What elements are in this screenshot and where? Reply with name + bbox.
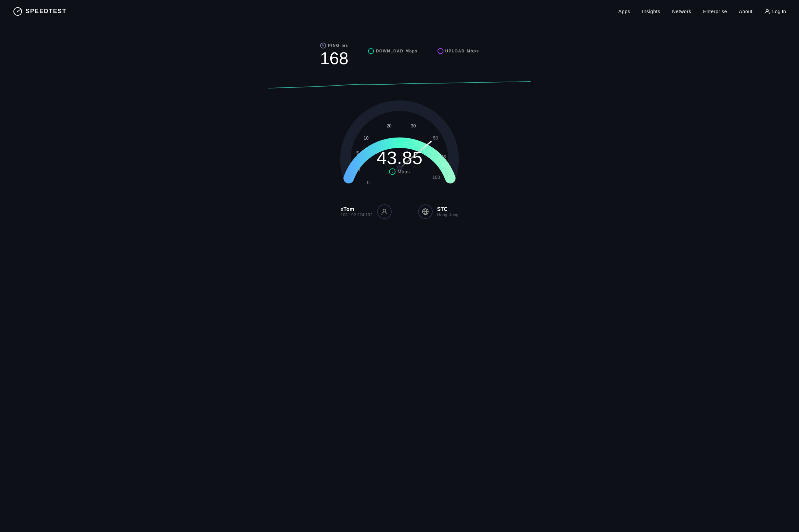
download-icon: ↓: [368, 48, 374, 54]
host-name: xTom: [340, 206, 373, 212]
logo-text: SPEEDTEST: [25, 8, 67, 15]
upload-label: ↑ UPLOAD Mbps: [438, 48, 479, 54]
speedometer: 0 1 5 10 20 30 50 75 100 43.85: [331, 90, 468, 195]
download-stat: ↓ DOWNLOAD Mbps: [368, 48, 417, 61]
ping-stat: ↻ PING ms 168: [320, 43, 348, 67]
ping-label: ↻ PING ms: [320, 43, 348, 49]
isp-info: STC Hong Kong: [418, 204, 459, 219]
tick-75: 75: [441, 154, 446, 159]
info-divider: [405, 205, 405, 218]
tick-10: 10: [364, 135, 369, 140]
logo[interactable]: SPEEDTEST: [13, 7, 67, 16]
login-button[interactable]: Log In: [764, 8, 786, 14]
nav-link-about[interactable]: About: [739, 8, 753, 14]
isp-location: Hong Kong: [437, 212, 459, 217]
tick-50: 50: [433, 135, 438, 140]
user-profile-icon: [377, 204, 392, 219]
stats-row: ↻ PING ms 168 ↓ DOWNLOAD Mbps ↑ UPLOAD M…: [320, 43, 479, 67]
ping-value: 168: [320, 50, 348, 67]
isp-text: STC Hong Kong: [437, 206, 459, 217]
ping-icon: ↻: [320, 43, 326, 49]
speed-value: 43.85: [376, 149, 423, 167]
host-text: xTom 103.192.224.192: [340, 206, 373, 217]
speed-unit-row: ↓ Mbps: [376, 168, 423, 175]
main-content: ↻ PING ms 168 ↓ DOWNLOAD Mbps ↑ UPLOAD M…: [0, 23, 799, 219]
nav-link-insights[interactable]: Insights: [642, 8, 661, 14]
user-icon: [764, 8, 770, 14]
svg-point-1: [17, 11, 18, 12]
globe-icon: [418, 204, 433, 219]
speed-display: 43.85 ↓ Mbps: [376, 149, 423, 175]
tick-20: 20: [386, 123, 392, 128]
speedometer-svg: 0 1 5 10 20 30 50 75 100: [331, 90, 468, 195]
svg-point-3: [383, 209, 386, 212]
upload-value: [458, 55, 459, 61]
speed-unit: Mbps: [397, 169, 410, 174]
tick-30: 30: [411, 123, 416, 128]
upload-icon: ↑: [438, 48, 443, 54]
isp-name: STC: [437, 206, 459, 212]
host-info: xTom 103.192.224.192: [340, 204, 392, 219]
tick-5: 5: [356, 150, 359, 156]
upload-stat: ↑ UPLOAD Mbps: [438, 48, 479, 61]
download-label: ↓ DOWNLOAD Mbps: [368, 48, 417, 54]
login-label: Log In: [772, 8, 786, 14]
speedtest-logo-icon: [13, 7, 22, 16]
nav-link-apps[interactable]: Apps: [618, 8, 630, 14]
tick-0: 0: [367, 180, 370, 185]
nav-links: Apps Insights Network Enterprise About L…: [618, 8, 786, 14]
nav-link-enterprise[interactable]: Enterprise: [703, 8, 727, 14]
download-value: [392, 55, 394, 61]
tick-100: 100: [432, 175, 440, 180]
download-badge-icon: ↓: [389, 168, 395, 175]
tick-1: 1: [358, 167, 361, 172]
info-row: xTom 103.192.224.192: [340, 204, 459, 219]
nav-link-network[interactable]: Network: [672, 8, 691, 14]
host-ip: 103.192.224.192: [340, 212, 373, 217]
navbar: SPEEDTEST Apps Insights Network Enterpri…: [0, 0, 799, 23]
